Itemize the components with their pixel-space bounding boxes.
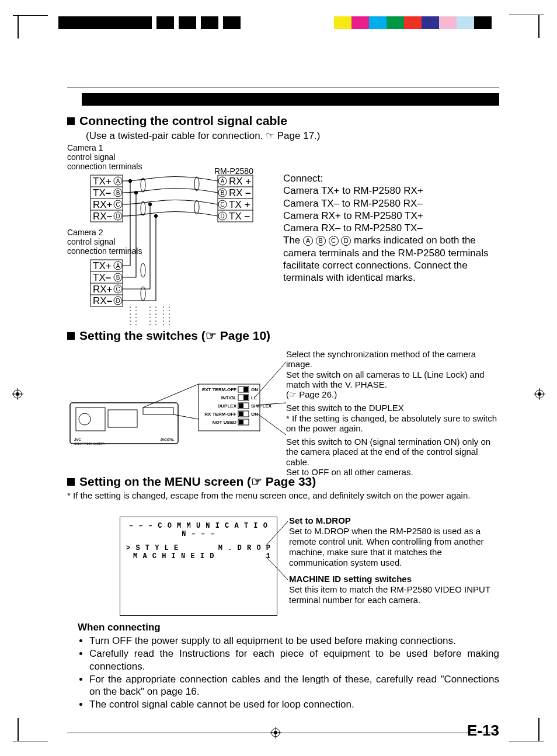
svg-text:ON: ON [251,412,258,417]
svg-text:A: A [221,178,225,184]
rule-bottom [67,733,499,733]
svg-text:C: C [116,286,120,292]
svg-text:TX+: TX+ [93,176,112,187]
when-connecting-section: When connecting Turn OFF the power suppl… [67,622,499,711]
svg-text:A: A [116,178,120,184]
svg-text:RX–: RX– [93,295,112,306]
svg-text:D: D [116,298,120,304]
connect-instructions: Connect: Camera TX+ to RM-P2580 RX+ Came… [283,172,499,284]
registration-mark-right [534,388,545,400]
svg-point-71 [155,215,158,218]
svg-text:JVC: JVC [74,438,81,441]
svg-text:RX –: RX – [229,187,251,198]
svg-text:RX +: RX + [229,176,251,187]
svg-text:B: B [116,190,120,196]
svg-rect-99 [243,395,248,400]
svg-text:TX +: TX + [229,199,250,210]
svg-line-113 [266,521,288,546]
intro-text: (Use a twisted-pair cable for connection… [86,130,499,142]
svg-text:INT/GL: INT/GL [221,395,236,400]
svg-point-68 [129,180,132,183]
crop-mark-br [515,718,539,741]
svg-text:DUPLEX: DUPLEX [218,403,237,409]
svg-text:TX –: TX – [229,211,250,222]
registration-mark-left [12,388,23,400]
svg-text:RX TERM-OFF: RX TERM-OFF [204,412,236,417]
svg-point-66 [194,177,199,191]
svg-text:TX–: TX– [93,272,111,283]
svg-point-7 [16,392,19,396]
svg-point-70 [149,203,152,206]
svg-text:COLOR VIDEO CAMERA: COLOR VIDEO CAMERA [74,443,105,445]
crop-mark-tl [18,15,42,39]
svg-text:EXT TERM-OFF: EXT TERM-OFF [202,387,236,392]
switch-instructions: Select the synchronization method of the… [286,349,502,480]
svg-text:C: C [116,201,120,208]
svg-text:RX+: RX+ [93,284,113,295]
svg-rect-103 [239,412,243,416]
switch-diagram: JVC COLOR VIDEO CAMERA DIGITAL EXT TERM-… [67,344,289,470]
svg-point-72 [141,263,145,277]
rule-top [67,88,499,88]
svg-point-65 [141,201,145,215]
svg-rect-97 [243,387,248,392]
svg-line-114 [266,556,288,580]
menu-callout-lines [67,504,289,621]
svg-rect-105 [239,420,243,424]
svg-text:TX–: TX– [93,187,111,198]
svg-line-110 [255,362,286,397]
svg-text:DIGITAL: DIGITAL [161,438,175,441]
svg-line-112 [257,413,286,435]
section-header-bar [82,93,499,106]
svg-text:D: D [220,213,224,220]
svg-text:RX–: RX– [93,211,112,222]
page-number: E-13 [467,722,499,740]
svg-text:B: B [221,190,225,196]
svg-point-67 [194,200,199,214]
menu-instructions: Set to M.DROP Set to M.DROP when the RM-… [289,515,502,605]
svg-text:A: A [116,263,120,269]
svg-point-64 [141,178,145,192]
menu-note: * If the setting is changed, escape from… [67,490,499,500]
heading-setting-switches: Setting the switches (☞ Page 10) [67,329,499,343]
svg-rect-83 [108,410,137,427]
svg-text:TX+: TX+ [93,260,112,271]
when-item: Turn OFF the power supply to all equipme… [89,635,499,647]
svg-text:ON: ON [251,387,258,392]
when-item: The control signal cable cannot be used … [89,698,499,710]
svg-point-11 [538,392,541,396]
crop-mark-bl [18,718,42,741]
wiring-diagram: TX+ TX– RX+ RX– A B C D [67,143,277,330]
svg-text:C: C [220,201,224,208]
heading-connecting-cable: Connecting the control signal cable [67,114,499,128]
when-item: Carefully read the Instructions for each… [89,647,499,673]
svg-rect-101 [239,403,243,408]
svg-text:B: B [116,274,120,281]
svg-text:RX+: RX+ [93,199,113,210]
when-item: For the appropriate connection cables an… [89,673,499,698]
crop-mark-tr [515,15,539,38]
svg-text:D: D [116,213,120,220]
color-calibration-bar [58,16,492,29]
svg-rect-84 [143,407,173,414]
svg-point-69 [135,191,138,194]
svg-text:NOT USED: NOT USED [213,420,237,425]
